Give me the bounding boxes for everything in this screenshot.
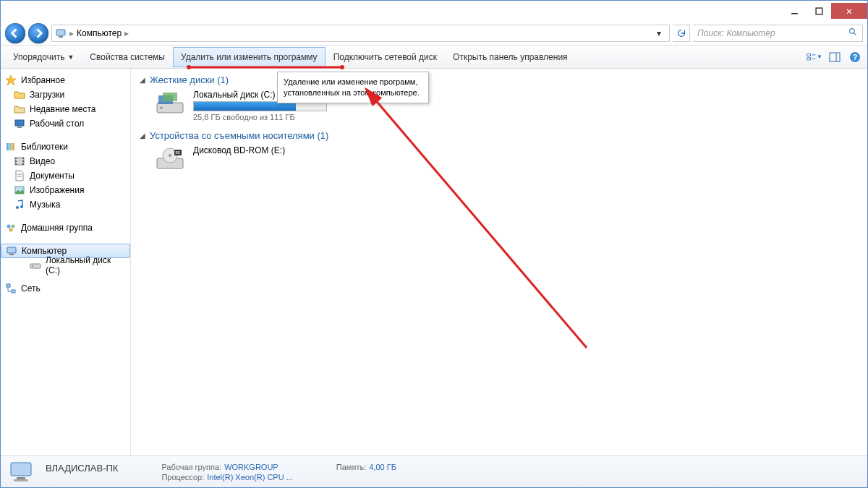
svg-rect-40 <box>12 290 15 293</box>
svg-line-5 <box>854 33 856 35</box>
computer-icon <box>6 245 17 257</box>
group-header-removable[interactable]: ◢ Устройства со съемными носителями (1) <box>140 130 859 141</box>
hostname-label: ВЛАДИСЛАВ-ПК <box>46 463 118 474</box>
sidebar-item-network[interactable]: Сеть <box>1 281 130 296</box>
svg-rect-10 <box>830 53 840 61</box>
svg-rect-24 <box>22 160 24 162</box>
details-pane: ВЛАДИСЛАВ-ПК Рабочая группа:WORKGROUP Пр… <box>1 455 867 487</box>
sidebar-item-pictures[interactable]: Изображения <box>1 183 130 197</box>
computer-icon <box>55 27 67 39</box>
network-icon <box>5 283 17 294</box>
folder-icon <box>14 103 25 115</box>
svg-point-38 <box>32 265 33 267</box>
sidebar-item-recent[interactable]: Недавние места <box>1 102 130 116</box>
uninstall-program-button[interactable]: Удалить или изменить программу <box>173 47 326 67</box>
svg-rect-25 <box>22 163 24 165</box>
drive-name: Дисковод BD-ROM (E:) <box>193 145 285 155</box>
forward-button[interactable] <box>28 23 48 43</box>
open-control-panel-button[interactable]: Открыть панель управления <box>445 47 576 67</box>
preview-pane-button[interactable] <box>827 49 843 65</box>
svg-rect-39 <box>7 284 10 287</box>
svg-rect-51 <box>17 477 25 479</box>
sidebar-item-libraries[interactable]: Библиотеки <box>1 140 130 154</box>
svg-rect-50 <box>11 463 31 476</box>
svg-point-42 <box>161 107 163 109</box>
tooltip: Удаление или изменение программ, установ… <box>277 72 429 103</box>
drive-icon <box>154 90 186 121</box>
svg-rect-36 <box>9 254 14 255</box>
search-input[interactable]: Поиск: Компьютер <box>693 25 863 42</box>
collapse-icon: ◢ <box>140 132 145 140</box>
sidebar-item-videos[interactable]: Видео <box>1 154 130 168</box>
film-icon <box>14 155 25 167</box>
music-icon <box>14 199 25 210</box>
svg-point-47 <box>169 154 171 157</box>
svg-rect-18 <box>12 143 14 150</box>
explorer-window: ✕ ▸ Компьютер ▸ ▾ Поиск: Компьютер <box>0 0 868 488</box>
help-button[interactable]: ? <box>847 49 863 65</box>
search-placeholder: Поиск: Компьютер <box>697 28 775 38</box>
titlebar: ✕ <box>1 1 867 21</box>
libraries-icon <box>5 141 17 153</box>
search-icon <box>848 27 858 39</box>
breadcrumb-item[interactable]: Компьютер <box>77 28 122 38</box>
items-view: ◢ Жесткие диски (1) Локальный диск (C:) … <box>131 69 867 455</box>
content-area: Избранное Загрузки Недавние места <box>1 69 867 455</box>
desktop-icon <box>14 118 25 129</box>
svg-text:?: ? <box>853 53 858 61</box>
minimize-button[interactable] <box>782 3 807 19</box>
chevron-down-icon: ▼ <box>67 53 74 61</box>
navigation-bar: ▸ Компьютер ▸ ▾ Поиск: Компьютер <box>1 21 867 46</box>
sidebar-item-favorites[interactable]: Избранное <box>1 73 130 87</box>
drive-icon <box>30 260 41 271</box>
sidebar-item-downloads[interactable]: Загрузки <box>1 87 130 102</box>
back-button[interactable] <box>5 23 25 43</box>
group-header-hdd[interactable]: ◢ Жесткие диски (1) <box>140 74 859 85</box>
sidebar-item-homegroup[interactable]: Домашняя группа <box>1 221 130 235</box>
svg-rect-16 <box>7 143 9 150</box>
svg-rect-14 <box>15 120 24 126</box>
svg-rect-6 <box>807 53 811 56</box>
svg-rect-3 <box>59 36 63 38</box>
svg-point-4 <box>850 28 855 33</box>
svg-rect-35 <box>7 247 16 253</box>
refresh-button[interactable] <box>673 25 690 42</box>
sidebar-item-desktop[interactable]: Рабочий стол <box>1 116 130 131</box>
organize-menu[interactable]: Упорядочить ▼ <box>5 47 82 67</box>
close-button[interactable]: ✕ <box>831 3 867 19</box>
sidebar-item-music[interactable]: Музыка <box>1 197 130 212</box>
view-mode-button[interactable]: ▼ <box>807 49 822 65</box>
optical-drive-icon: BD <box>154 145 186 177</box>
svg-point-30 <box>16 206 19 209</box>
system-properties-button[interactable]: Свойства системы <box>82 47 173 67</box>
svg-rect-23 <box>22 158 24 159</box>
sidebar-item-documents[interactable]: Документы <box>1 168 130 183</box>
svg-point-31 <box>20 205 23 208</box>
computer-icon <box>8 459 37 485</box>
map-network-drive-button[interactable]: Подключить сетевой диск <box>326 47 445 67</box>
drive-item-bd[interactable]: BD Дисковод BD-ROM (E:) <box>154 145 859 177</box>
history-dropdown[interactable]: ▾ <box>652 25 666 41</box>
svg-point-34 <box>9 228 13 232</box>
svg-rect-21 <box>15 160 17 162</box>
star-icon <box>5 74 17 86</box>
document-icon <box>14 170 25 181</box>
svg-rect-22 <box>15 163 17 165</box>
svg-rect-44 <box>163 93 177 101</box>
svg-text:BD: BD <box>176 150 181 155</box>
maximize-button[interactable] <box>807 3 831 19</box>
svg-rect-52 <box>14 479 28 481</box>
svg-rect-15 <box>17 127 22 128</box>
svg-rect-20 <box>15 158 17 159</box>
svg-rect-1 <box>816 8 822 14</box>
sidebar-item-local-disk[interactable]: Локальный диск (C:) <box>1 258 130 273</box>
collapse-icon: ◢ <box>140 76 145 84</box>
drive-item-c[interactable]: Локальный диск (C:) 25,8 ГБ свободно из … <box>154 90 859 121</box>
address-bar[interactable]: ▸ Компьютер ▸ ▾ <box>51 25 670 42</box>
svg-point-29 <box>17 188 18 189</box>
chevron-right-icon: ▸ <box>124 28 129 38</box>
navigation-pane: Избранное Загрузки Недавние места <box>1 69 131 455</box>
folder-icon <box>14 89 25 100</box>
drive-free-space: 25,8 ГБ свободно из 111 ГБ <box>193 113 327 121</box>
svg-rect-17 <box>9 143 12 150</box>
